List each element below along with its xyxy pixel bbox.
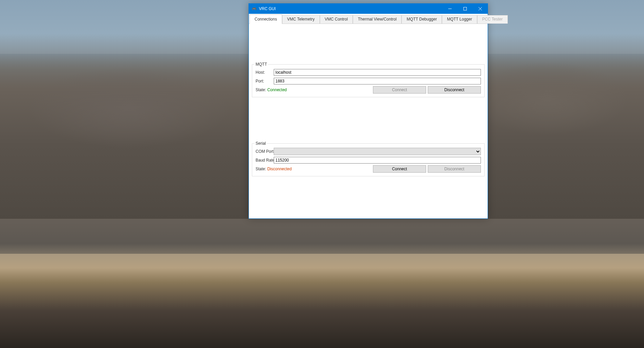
- tab-mqtt-debugger[interactable]: MQTT Debugger: [402, 15, 442, 24]
- window-controls: [442, 4, 488, 14]
- tab-bar: Connections VMC Telemetry VMC Control Th…: [249, 14, 488, 24]
- mqtt-state-value: Connected: [267, 88, 287, 92]
- serial-disconnect-button: Disconnect: [428, 165, 481, 173]
- mqtt-groupbox: MQTT Host: Port: State: Connected Connec…: [252, 64, 485, 97]
- minimize-button[interactable]: [442, 4, 457, 14]
- mqtt-state-text: State: Connected: [256, 88, 371, 92]
- serial-comport-select[interactable]: [274, 148, 481, 155]
- mqtt-connect-button: Connect: [373, 86, 426, 94]
- mqtt-disconnect-button[interactable]: Disconnect: [428, 86, 481, 94]
- wallpaper-ground: [0, 254, 644, 348]
- maximize-icon: [463, 7, 467, 10]
- serial-groupbox-title: Serial: [255, 141, 267, 146]
- app-window: 🎮 VRC GUI Connections VMC Telemetry VMC …: [249, 3, 488, 219]
- tab-pcc-tester: PCC Tester: [477, 15, 508, 24]
- serial-baud-row: Baud Rate:: [256, 156, 481, 164]
- app-icon: 🎮: [252, 6, 257, 11]
- window-title: VRC GUI: [259, 6, 442, 11]
- mqtt-port-label: Port:: [256, 79, 274, 83]
- serial-comport-label: COM Port:: [256, 149, 274, 154]
- serial-baud-input[interactable]: [274, 157, 481, 164]
- mqtt-port-row: Port:: [256, 77, 481, 85]
- serial-state-row: State: Disconnected Connect Disconnect: [256, 165, 481, 173]
- tab-content-connections: MQTT Host: Port: State: Connected Connec…: [249, 24, 488, 218]
- serial-state-text: State: Disconnected: [256, 167, 371, 171]
- tab-vmc-telemetry[interactable]: VMC Telemetry: [282, 15, 320, 24]
- mqtt-port-input[interactable]: [274, 78, 481, 84]
- close-button[interactable]: [472, 4, 488, 14]
- tab-mqtt-logger[interactable]: MQTT Logger: [442, 15, 477, 24]
- serial-baud-label: Baud Rate:: [256, 158, 274, 163]
- serial-comport-row: COM Port:: [256, 148, 481, 155]
- svg-rect-1: [463, 7, 466, 10]
- maximize-button[interactable]: [457, 4, 472, 14]
- mqtt-host-row: Host:: [256, 69, 481, 76]
- serial-state-label: State:: [256, 167, 266, 171]
- titlebar[interactable]: 🎮 VRC GUI: [249, 4, 488, 14]
- mqtt-host-label: Host:: [256, 70, 274, 75]
- tab-vmc-control[interactable]: VMC Control: [320, 15, 353, 24]
- mqtt-host-input[interactable]: [274, 69, 481, 76]
- mqtt-groupbox-title: MQTT: [255, 62, 268, 67]
- tab-thermal-view-control[interactable]: Thermal View/Control: [353, 15, 402, 24]
- serial-connect-button[interactable]: Connect: [373, 165, 426, 173]
- mqtt-state-row: State: Connected Connect Disconnect: [256, 86, 481, 94]
- tab-connections[interactable]: Connections: [250, 14, 282, 24]
- minimize-icon: [448, 7, 452, 10]
- serial-state-value: Disconnected: [267, 167, 292, 171]
- serial-groupbox: Serial COM Port: Baud Rate: State: Disco…: [252, 143, 485, 176]
- mqtt-state-label: State:: [256, 88, 266, 92]
- close-icon: [479, 7, 482, 10]
